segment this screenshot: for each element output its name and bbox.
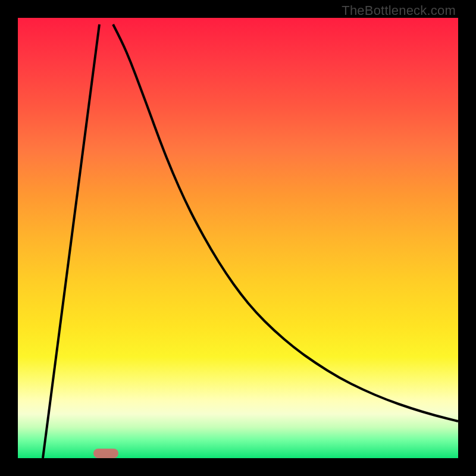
curve-left-segment — [43, 24, 99, 458]
border-bottom — [0, 458, 476, 476]
border-left — [0, 0, 18, 476]
border-right — [458, 0, 476, 476]
watermark-text: TheBottleneck.com — [342, 3, 456, 18]
plot-area — [18, 18, 458, 458]
chart-container: TheBottleneck.com — [0, 0, 476, 476]
curve-right-segment — [113, 24, 458, 421]
curve-layer — [18, 18, 458, 458]
min-marker — [93, 449, 118, 458]
